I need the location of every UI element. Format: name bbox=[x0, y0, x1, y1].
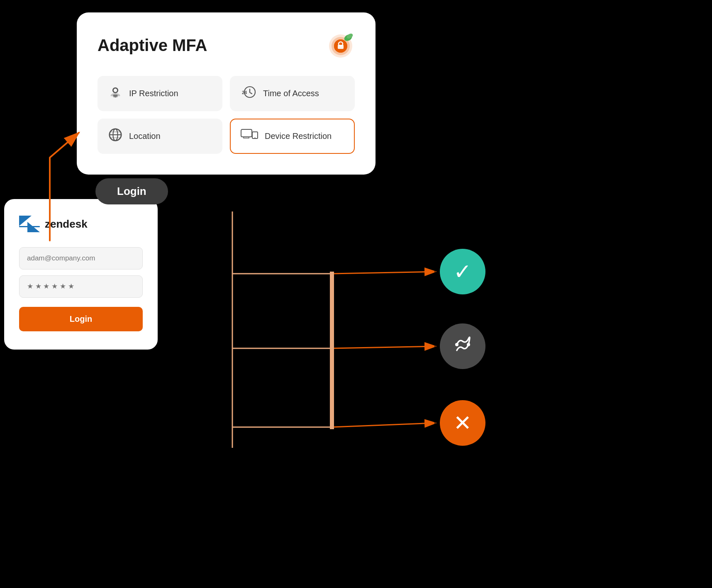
ip-restriction-label: IP Restriction bbox=[129, 89, 178, 98]
login-button[interactable]: Login bbox=[19, 307, 143, 331]
svg-rect-15 bbox=[241, 129, 252, 137]
password-input[interactable] bbox=[19, 275, 143, 298]
mfa-item-device-restriction[interactable]: Device Restriction bbox=[230, 119, 355, 154]
device-restriction-label: Device Restriction bbox=[265, 131, 332, 141]
login-pill-label: Login bbox=[117, 185, 146, 197]
mfa-logo: 🔑 bbox=[327, 31, 355, 59]
globe-icon bbox=[108, 128, 122, 145]
zendesk-z-icon bbox=[19, 216, 40, 232]
svg-point-9 bbox=[113, 88, 117, 92]
mfa-grid: IP Restriction 24 Time of Access bbox=[98, 76, 355, 154]
clock-24-icon: 24 bbox=[241, 85, 256, 102]
mfa-title: Adaptive MFA bbox=[98, 36, 207, 55]
mfa-icon bbox=[451, 333, 474, 360]
svg-text:24: 24 bbox=[242, 90, 247, 95]
mfa-item-ip-restriction[interactable]: IP Restriction bbox=[98, 76, 222, 111]
svg-point-26 bbox=[455, 343, 458, 346]
svg-rect-18 bbox=[19, 226, 40, 227]
svg-rect-25 bbox=[330, 272, 334, 429]
zendesk-name-label: zendesk bbox=[45, 218, 88, 231]
zendesk-logo: zendesk bbox=[19, 216, 143, 232]
deny-icon: ✕ bbox=[454, 411, 472, 435]
svg-point-27 bbox=[467, 343, 470, 346]
person-pin-icon bbox=[108, 85, 122, 102]
scene: Adaptive MFA 🔑 bbox=[0, 0, 712, 588]
mfa-item-location[interactable]: Location bbox=[98, 119, 222, 154]
devices-icon bbox=[241, 128, 258, 145]
outcome-mfa bbox=[440, 323, 485, 369]
mfa-item-time-of-access[interactable]: 24 Time of Access bbox=[230, 76, 355, 111]
mfa-card: Adaptive MFA 🔑 bbox=[77, 12, 376, 175]
time-of-access-label: Time of Access bbox=[263, 89, 319, 98]
email-input[interactable] bbox=[19, 247, 143, 270]
outcome-deny: ✕ bbox=[440, 400, 485, 446]
location-label: Location bbox=[129, 131, 161, 141]
svg-point-17 bbox=[255, 137, 256, 138]
outcome-allow: ✓ bbox=[440, 249, 485, 294]
login-pill[interactable]: Login bbox=[95, 178, 168, 204]
login-card: zendesk Login bbox=[4, 199, 158, 350]
check-icon: ✓ bbox=[454, 259, 472, 284]
mfa-card-header: Adaptive MFA 🔑 bbox=[98, 31, 355, 59]
